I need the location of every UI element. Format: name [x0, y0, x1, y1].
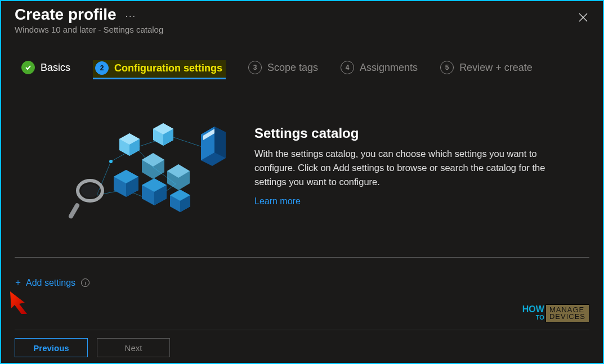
- create-profile-pane: Create profile ··· Windows 10 and later …: [0, 0, 604, 364]
- pane-header: Create profile ··· Windows 10 and later …: [1, 1, 603, 38]
- footer-buttons: Previous Next: [15, 330, 589, 357]
- step-label: Assignments: [360, 62, 418, 74]
- watermark-how: HOW: [522, 304, 544, 314]
- watermark: HOW TO MANAGE DEVICES: [522, 304, 589, 322]
- plus-icon: ＋: [14, 277, 23, 289]
- catalog-illustration: [63, 116, 232, 223]
- step-review-create[interactable]: 5 Review + create: [440, 61, 533, 79]
- add-settings-row: ＋ Add settings i: [1, 258, 603, 293]
- add-settings-button[interactable]: Add settings: [26, 278, 75, 288]
- next-button[interactable]: Next: [97, 338, 170, 357]
- learn-more-link[interactable]: Learn more: [254, 196, 301, 206]
- step-label: Basics: [41, 62, 70, 74]
- step-configuration-settings[interactable]: 2 Configuration settings: [93, 60, 226, 79]
- svg-rect-29: [68, 203, 80, 219]
- close-icon: [578, 12, 588, 23]
- step-label: Configuration settings: [114, 62, 222, 74]
- svg-marker-30: [10, 291, 27, 314]
- step-basics[interactable]: Basics: [21, 61, 70, 79]
- catalog-description: With the settings catalog, you can choos…: [254, 147, 558, 188]
- check-icon: [21, 61, 35, 74]
- info-icon[interactable]: i: [81, 278, 90, 287]
- svg-point-0: [109, 160, 113, 163]
- page-subtitle: Windows 10 and later - Settings catalog: [15, 25, 589, 34]
- page-title: Create profile: [15, 6, 117, 24]
- step-number-badge: 3: [248, 61, 262, 74]
- step-assignments[interactable]: 4 Assignments: [341, 61, 418, 79]
- step-label: Scope tags: [267, 62, 318, 74]
- wizard-steps: Basics 2 Configuration settings 3 Scope …: [1, 38, 603, 83]
- close-button[interactable]: [576, 10, 590, 25]
- content-area: Settings catalog With the settings catal…: [1, 83, 603, 240]
- step-number-badge: 5: [440, 61, 454, 74]
- previous-button[interactable]: Previous: [15, 338, 88, 357]
- watermark-devices: DEVICES: [549, 313, 585, 320]
- step-number-badge: 2: [95, 61, 109, 75]
- svg-point-28: [81, 184, 99, 197]
- step-label: Review + create: [459, 62, 533, 74]
- step-number-badge: 4: [341, 61, 354, 74]
- watermark-to: TO: [522, 313, 544, 321]
- catalog-text: Settings catalog With the settings catal…: [254, 116, 586, 206]
- more-actions-button[interactable]: ···: [126, 8, 136, 21]
- step-scope-tags[interactable]: 3 Scope tags: [248, 61, 318, 79]
- catalog-heading: Settings catalog: [254, 125, 586, 141]
